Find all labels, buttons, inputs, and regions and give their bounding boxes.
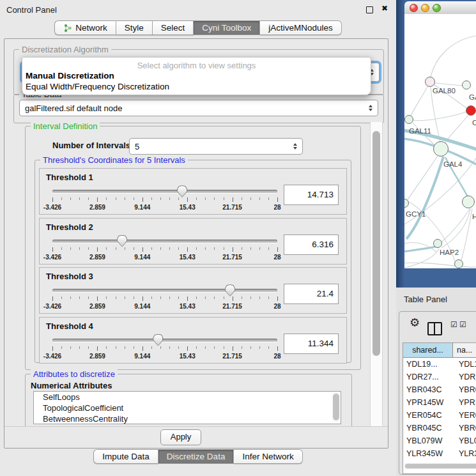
- network-node-gal4[interactable]: [433, 141, 449, 157]
- zoom-traffic-light-icon[interactable]: [433, 4, 441, 12]
- tick-label: 15.43: [180, 254, 196, 261]
- table-row[interactable]: YIL052CYIL0: [403, 460, 476, 462]
- network-node-label: C: [472, 119, 476, 127]
- threshold-2-slider[interactable]: -3.4262.8599.14415.4321.71528: [52, 234, 277, 264]
- algorithm-placeholder: Select algorithm to view settings: [22, 58, 371, 70]
- threshold-value-field[interactable]: 21.4: [284, 284, 339, 304]
- cell-shared-name: YDR27...: [403, 371, 453, 383]
- tick-label: 15.43: [180, 204, 196, 211]
- stepper-icon: [366, 105, 374, 111]
- network-icon: [63, 24, 72, 33]
- slider-ticks: [52, 346, 277, 351]
- close-traffic-light-icon[interactable]: [410, 4, 418, 12]
- attributes-list-scrollbar[interactable]: [332, 392, 340, 423]
- tab-infer-network[interactable]: Infer Network: [234, 449, 302, 464]
- list-item[interactable]: TopologicalCoefficient: [34, 403, 341, 413]
- network-node-hap2[interactable]: [433, 239, 442, 248]
- tab-label: Discretize Data: [167, 452, 226, 461]
- network-node-h[interactable]: [462, 196, 475, 208]
- threshold-value-field[interactable]: 11.344: [284, 334, 339, 354]
- table-row[interactable]: YLR345WYLR3: [403, 447, 476, 460]
- numerical-attributes-label: Numerical Attributes: [31, 381, 112, 390]
- list-item[interactable]: BetweennessCentrality: [34, 413, 341, 424]
- numerical-attributes-list[interactable]: SelfLoopsTopologicalCoefficientBetweenne…: [33, 391, 341, 424]
- tab-label: Impute Data: [102, 452, 150, 461]
- slider-thumb-icon[interactable]: [117, 235, 127, 247]
- tab-discretize-data[interactable]: Discretize Data: [158, 449, 234, 464]
- slider-track[interactable]: [52, 289, 277, 292]
- slider-ticks: [52, 296, 277, 302]
- float-panel-icon[interactable]: [366, 6, 373, 13]
- network-node-c[interactable]: [466, 105, 476, 116]
- slider-thumb-icon[interactable]: [177, 185, 187, 197]
- menu-item-equal-width-frequency[interactable]: Equal Width/Frequency Discretization: [22, 81, 371, 92]
- network-node-gal80[interactable]: [425, 77, 435, 87]
- list-item[interactable]: SelfLoops: [34, 392, 341, 403]
- cell-shared-name: YBR043C: [403, 383, 453, 396]
- table-row[interactable]: YER054CYER0: [403, 409, 476, 422]
- interval-definition-title: Interval Definition: [31, 121, 100, 131]
- cell-shared-name: YLR345W: [403, 447, 453, 460]
- network-node[interactable]: [454, 259, 463, 268]
- network-node-gal11[interactable]: [404, 115, 413, 124]
- table-row[interactable]: YDL19...YDL1: [403, 358, 476, 371]
- menu-item-manual-discretization[interactable]: Manual Discretization: [22, 70, 371, 81]
- panel-scrollbar-thumb[interactable]: [372, 131, 380, 356]
- table-row[interactable]: YBL079WYBL0: [403, 434, 476, 447]
- column-header-shared[interactable]: shared...: [403, 343, 453, 358]
- checkbox-icon[interactable]: ☑: [450, 320, 457, 329]
- threshold-3-slider[interactable]: -3.4262.8599.14415.4321.71528: [52, 284, 277, 313]
- table-row[interactable]: YBR045CYBR0: [403, 422, 476, 434]
- table-data-combobox[interactable]: galFiltered.sif default node: [19, 100, 378, 116]
- slider-thumb-icon[interactable]: [153, 334, 163, 346]
- threshold-4-slider[interactable]: -3.4262.8599.14415.4321.71528: [52, 334, 277, 363]
- threshold-label: Threshold 2: [40, 219, 346, 232]
- tick-label: 2.859: [89, 254, 105, 261]
- split-columns-icon[interactable]: [427, 322, 442, 335]
- cell-shared-name: YBR045C: [403, 422, 453, 434]
- checkbox-icon[interactable]: ☑: [459, 320, 466, 329]
- slider-thumb-icon[interactable]: [225, 284, 235, 296]
- table-row[interactable]: YBR043CYBR0: [403, 383, 476, 396]
- table-row[interactable]: YDR27...YDR2: [403, 371, 476, 383]
- algorithm-dropdown-popup: Select algorithm to view settings Manual…: [22, 57, 371, 95]
- control-panel-title: Control Panel: [6, 5, 57, 15]
- tick-label: 2.859: [89, 353, 105, 360]
- threshold-value-field[interactable]: 6.316: [284, 234, 339, 255]
- network-canvas[interactable]: GAL80GACGAL11GAL4GCY1HHAP2: [404, 14, 476, 268]
- network-node-ga[interactable]: [462, 81, 471, 89]
- slider-track[interactable]: [52, 339, 277, 342]
- column-header-na[interactable]: na...: [453, 343, 476, 358]
- tick-label: 2.859: [89, 303, 105, 310]
- threshold-panel: Threshold 1-3.4262.8599.14415.4321.71528…: [39, 168, 347, 215]
- slider-track[interactable]: [52, 240, 277, 243]
- control-panel-titlebar: Control Panel ✖: [0, 0, 396, 18]
- table-row[interactable]: YPR145WYPR1: [403, 396, 476, 409]
- tick-label: 28: [273, 353, 280, 360]
- panel-scrollbar[interactable]: [370, 122, 383, 426]
- tab-label: Infer Network: [242, 452, 293, 461]
- right-column: GAL80GACGAL11GAL4GCY1HHAP2 Table Panel ⚙…: [396, 0, 476, 476]
- tab-impute-data[interactable]: Impute Data: [93, 449, 158, 464]
- minimize-traffic-light-icon[interactable]: [421, 4, 429, 12]
- apply-button[interactable]: Apply: [160, 429, 201, 445]
- number-of-intervals-combobox[interactable]: 5: [129, 138, 303, 155]
- tab-network[interactable]: Network: [54, 20, 116, 35]
- table-horizontal-scrollbar[interactable]: [404, 463, 476, 469]
- cell-name: YBR0: [453, 422, 476, 434]
- tab-style[interactable]: Style: [116, 20, 153, 35]
- slider-track[interactable]: [52, 190, 277, 193]
- tick-label: 15.43: [180, 353, 196, 360]
- tick-label: 9.144: [134, 303, 150, 310]
- table-panel-title: Table Panel: [404, 295, 447, 304]
- tick-label: -3.426: [43, 353, 61, 360]
- tab-select[interactable]: Select: [153, 20, 194, 35]
- threshold-value-field[interactable]: 14.713: [284, 185, 339, 205]
- tab-jactivemnodules[interactable]: jActiveMNodules: [260, 20, 342, 35]
- cell-name: YBR0: [453, 383, 476, 396]
- threshold-1-slider[interactable]: -3.4262.8599.14415.4321.71528: [52, 185, 277, 214]
- tab-cyni-toolbox[interactable]: Cyni Toolbox: [194, 20, 260, 35]
- gear-icon[interactable]: ⚙: [410, 316, 420, 330]
- close-panel-icon[interactable]: ✖: [381, 4, 388, 13]
- table-toolbar: ⚙ ☑ ☑: [399, 312, 476, 342]
